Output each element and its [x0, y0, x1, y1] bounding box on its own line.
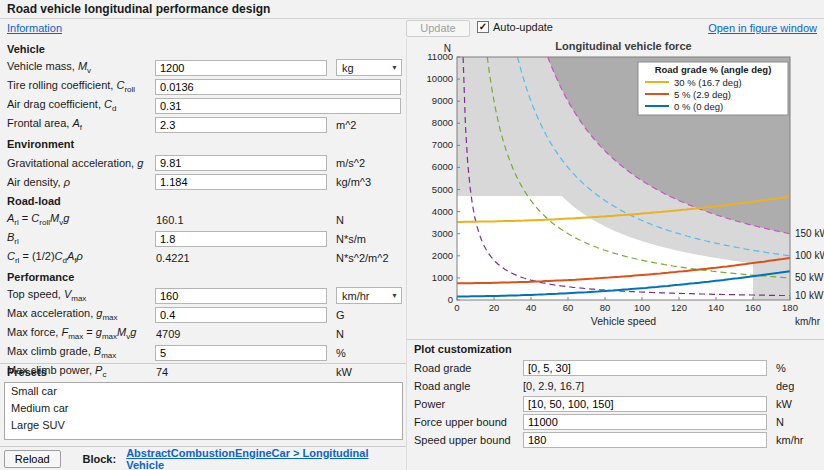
x-axis-label: Vehicle speed [591, 315, 657, 327]
max-climb-grade-input[interactable] [155, 345, 327, 361]
b-rl-input[interactable] [155, 231, 327, 247]
x-tick-label: 160 [745, 302, 761, 313]
x-tick-label: 0 [454, 302, 459, 313]
parameter-rows: VehicleVehicle mass, Mvkg▼Tire rolling c… [0, 39, 406, 381]
max-force-unit: N [336, 328, 406, 340]
air-density-input[interactable] [155, 174, 327, 190]
air-density-row: Air density, ρkg/m^3 [0, 172, 406, 191]
power-curve-label-10kw: 10 kW [795, 290, 824, 301]
top-speed-row: Top speed, Vmaxkm/hr▼ [0, 286, 406, 305]
power-row: PowerkW [407, 395, 824, 413]
chevron-down-icon: ▼ [391, 292, 398, 299]
top-speed-input[interactable] [155, 288, 327, 304]
road-grade-row: Road grade% [407, 359, 824, 377]
frontal-area-label: Frontal area, Af [7, 117, 150, 132]
check-icon: ✓ [479, 22, 487, 32]
max-force-value: 4709 [155, 328, 331, 340]
plot-customization-rows: Road grade%Road angle[0, 2.9, 16.7]degPo… [407, 359, 824, 449]
power-input[interactable] [523, 396, 767, 412]
chevron-down-icon: ▼ [391, 64, 398, 71]
road-grade-input[interactable] [523, 360, 767, 376]
y-axis-unit: N [444, 43, 451, 54]
information-link[interactable]: Information [7, 22, 62, 34]
vehicle-mass-label: Vehicle mass, Mv [7, 60, 150, 75]
legend-title: Road grade % (angle deg) [655, 64, 772, 75]
block-link[interactable]: AbstractCombustionEngineCar > Longitudin… [126, 447, 402, 470]
y-tick-label: 9000 [432, 95, 453, 106]
b-rl-row: BrlN*s/m [0, 229, 406, 248]
y-tick-label: 6000 [432, 161, 453, 172]
tire-rolling-coefficient-row: Tire rolling coefficient, Croll [0, 77, 406, 96]
max-acceleration-unit: G [336, 309, 406, 321]
air-drag-coefficient-input[interactable] [155, 98, 401, 114]
x-tick-label: 140 [708, 302, 724, 313]
a-rl-value: 160.1 [155, 214, 331, 226]
max-acceleration-input[interactable] [155, 307, 327, 323]
preset-item-medium-car[interactable]: Medium car [5, 400, 402, 417]
max-acceleration-row: Max acceleration, gmaxG [0, 305, 406, 324]
preset-item-small-car[interactable]: Small car [5, 383, 402, 400]
top-speed-unit-value: km/hr [342, 290, 370, 302]
plot-customization-title: Plot customization [414, 343, 512, 355]
auto-update-control: ✓ Auto-update [477, 21, 553, 33]
legend-label-30pct: 30 % (16.7 deg) [674, 77, 742, 88]
air-drag-coefficient-row: Air drag coefficient, Cd [0, 96, 406, 115]
x-tick-label: 120 [671, 302, 687, 313]
tire-rolling-coefficient-input[interactable] [155, 79, 401, 95]
section-header-environment: Environment [0, 134, 406, 153]
open-figure-link[interactable]: Open in figure window [708, 22, 817, 34]
road-angle-value: [0, 2.9, 16.7] [523, 380, 771, 392]
reload-button[interactable]: Reload [4, 450, 61, 468]
force-upper-bound-unit: N [776, 416, 824, 428]
tire-rolling-coefficient-label: Tire rolling coefficient, Croll [7, 79, 150, 94]
road-grade-label: Road grade [414, 362, 518, 374]
x-tick-label: 40 [526, 302, 537, 313]
gravitational-acceleration-label: Gravitational acceleration, g [7, 157, 150, 169]
max-climb-grade-row: Max climb grade, Bmax% [0, 343, 406, 362]
air-density-unit: kg/m^3 [336, 176, 406, 188]
vehicle-mass-unit-dropdown[interactable]: kg▼ [336, 59, 402, 76]
speed-upper-bound-input[interactable] [523, 432, 767, 448]
top-speed-unit-dropdown[interactable]: km/hr▼ [336, 287, 402, 304]
max-climb-grade-label: Max climb grade, Bmax [7, 345, 150, 360]
c-rl-value: 0.4221 [155, 252, 331, 264]
presets-listbox[interactable]: Small carMedium carLarge SUV [4, 382, 403, 440]
max-climb-power-row: Max climb power, Pc74kW [0, 362, 406, 381]
b-rl-unit: N*s/m [336, 233, 406, 245]
vehicle-mass-unit-value: kg [342, 62, 354, 74]
parameters-panel: VehicleVehicle mass, Mvkg▼Tire rolling c… [0, 38, 407, 470]
y-tick-label: 5000 [432, 184, 453, 195]
c-rl-label: Crl = (1/2)CdAfρ [7, 250, 150, 265]
gravitational-acceleration-unit: m/s^2 [336, 157, 406, 169]
c-rl-unit: N*s^2/m^2 [336, 252, 406, 264]
a-rl-label: Arl = CrollMvg [7, 212, 150, 227]
x-axis-unit: km/hr [795, 316, 821, 327]
vehicle-mass-input[interactable] [155, 60, 327, 76]
block-label: Block: [83, 453, 117, 465]
speed-upper-bound-row: Speed upper boundkm/hr [407, 431, 824, 449]
y-tick-label: 2000 [432, 250, 453, 261]
longitudinal-force-chart: 10 kW50 kW100 kW150 kW020406080100120140… [407, 38, 824, 340]
auto-update-label: Auto-update [493, 21, 553, 33]
update-button[interactable]: Update [406, 20, 470, 37]
gravitational-acceleration-row: Gravitational acceleration, gm/s^2 [0, 153, 406, 172]
max-climb-grade-unit: % [336, 347, 406, 359]
road-grade-unit: % [776, 362, 824, 374]
frontal-area-row: Frontal area, Afm^2 [0, 115, 406, 134]
auto-update-checkbox[interactable]: ✓ [477, 21, 489, 33]
force-upper-bound-input[interactable] [523, 414, 767, 430]
power-unit: kW [776, 398, 824, 410]
power-label: Power [414, 398, 518, 410]
y-tick-label: 10000 [427, 73, 453, 84]
section-header-performance: Performance [0, 267, 406, 286]
max-climb-power-unit: kW [336, 366, 406, 378]
frontal-area-input[interactable] [155, 117, 327, 133]
power-curve-label-150kw: 150 kW [795, 228, 824, 239]
y-tick-label: 3000 [432, 228, 453, 239]
frontal-area-unit: m^2 [336, 119, 406, 131]
y-tick-label: 1000 [432, 272, 453, 283]
force-upper-bound-row: Force upper boundN [407, 413, 824, 431]
preset-item-large-suv[interactable]: Large SUV [5, 417, 402, 434]
b-rl-label: Brl [7, 231, 150, 246]
gravitational-acceleration-input[interactable] [155, 155, 327, 171]
